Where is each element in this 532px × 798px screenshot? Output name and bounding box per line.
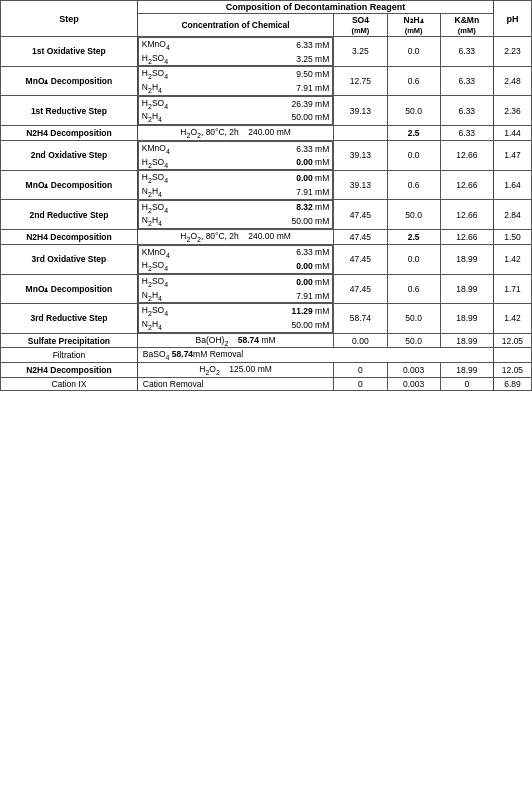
cation-text: Cation Removal	[137, 377, 333, 390]
chem-name-2: N2H4	[142, 290, 162, 302]
chem-value-1: 0.00 mM	[296, 173, 329, 183]
n2h4-value: 50.0	[387, 200, 440, 230]
table-row: Cation IX Cation Removal 0 0.003 0 6.89	[1, 377, 532, 390]
ph-value: 12.05	[493, 333, 531, 348]
composition-header: Composition of Decontamination Reagent	[137, 1, 493, 14]
chem-cell-1: H2SO4 11.29 mM	[138, 303, 333, 318]
chem-cell-1: KMnO4 6.33 mM	[138, 245, 333, 260]
step-label: 3rd Reductive Step	[1, 303, 138, 333]
kmn-value: 18.99	[440, 244, 493, 274]
chem-value-2: 50.00 mM	[291, 216, 329, 226]
chem-cell-2: N2H4 7.91 mM	[138, 81, 333, 96]
n2h4-value: 0.003	[387, 377, 440, 390]
ph-value: 1.42	[493, 244, 531, 274]
ph-value: 2.36	[493, 96, 531, 126]
chem-value-1: 8.32 mM	[296, 202, 329, 212]
ph-value	[493, 348, 531, 363]
n2h4-value: 50.0	[387, 333, 440, 348]
chem-name: Ba(OH)2	[196, 335, 229, 345]
n2h4-value: 50.0	[387, 96, 440, 126]
kmn-value: 12.66	[440, 229, 493, 244]
table-row: MnO₄ Decomposition H2SO4 0.00 mM 39.13 0…	[1, 170, 532, 185]
step-label: MnO₄ Decomposition	[1, 66, 138, 95]
chem-name-2: N2H4	[142, 111, 162, 123]
chem-name-1: KMnO4	[142, 143, 170, 155]
chem-value-2: 50.00 mM	[291, 320, 329, 330]
chem-cell-1: H2SO4 8.32 mM	[138, 200, 333, 215]
so4-value: 47.45	[334, 200, 387, 230]
chem-name-1: H2SO4	[142, 98, 168, 110]
n2h4-value: 2.5	[387, 126, 440, 141]
ph-value: 1.47	[493, 140, 531, 170]
ph-value: 1.64	[493, 170, 531, 199]
n2h4-value: 0.6	[387, 66, 440, 95]
ph-header: pH	[493, 1, 531, 37]
chem-value-1: 26.39 mM	[291, 99, 329, 109]
chem-name-2: H2SO4	[142, 260, 168, 272]
table-row: 1st Reductive Step H2SO4 26.39 mM 39.13 …	[1, 96, 532, 111]
n2h4-value: 2.5	[387, 229, 440, 244]
chem-name-1: H2SO4	[142, 305, 168, 317]
filtration-text: BaSO4 58.74mM Removal	[137, 348, 493, 363]
so4-value: 47.45	[334, 229, 387, 244]
ph-value: 1.42	[493, 303, 531, 333]
table-row: 3rd Reductive Step H2SO4 11.29 mM 58.74 …	[1, 303, 532, 318]
so4-value: 58.74	[334, 303, 387, 333]
table-row: 2nd Oxidative Step KMnO4 6.33 mM 39.13 0…	[1, 140, 532, 155]
n2h4-value: 0.0	[387, 140, 440, 170]
chem-value-2: 3.25 mM	[296, 54, 329, 64]
so4-value: 39.13	[334, 170, 387, 199]
chem-unit: mM	[261, 335, 275, 345]
ph-value: 2.48	[493, 66, 531, 95]
chem-value-1: 11.29 mM	[291, 306, 329, 316]
step-label: MnO₄ Decomposition	[1, 274, 138, 303]
ph-value: 12.05	[493, 363, 531, 378]
so4-value: 47.45	[334, 244, 387, 274]
table-row: Sulfate Precipitation Ba(OH)2 58.74 mM 0…	[1, 333, 532, 348]
chem-value-2: 0.00 mM	[296, 157, 329, 167]
chem-name-2: N2H4	[142, 186, 162, 198]
n2h4-value: 0.6	[387, 274, 440, 303]
main-table: Step Composition of Decontamination Reag…	[0, 0, 532, 391]
chem-cell: Ba(OH)2 58.74 mM	[137, 333, 333, 348]
ph-value: 1.50	[493, 229, 531, 244]
table-row: Filtration BaSO4 58.74mM Removal	[1, 348, 532, 363]
chem-value: 58.74	[238, 335, 259, 345]
chem-unit: mM	[277, 231, 291, 241]
so4-value	[334, 126, 387, 141]
chem-name-2: H2SO4	[142, 53, 168, 65]
kmn-value: 6.33	[440, 66, 493, 95]
step-label: N2H4 Decomposition	[1, 363, 138, 378]
chem-cell-2: H2SO4 0.00 mM	[138, 156, 333, 171]
kmn-value: 6.33	[440, 96, 493, 126]
chem-name-2: N2H4	[142, 82, 162, 94]
chem-value: 125.00	[229, 364, 255, 374]
ph-value: 1.71	[493, 274, 531, 303]
n2h4-value: 0.6	[387, 170, 440, 199]
chem-name-1: H2SO4	[142, 276, 168, 288]
step-label: MnO₄ Decomposition	[1, 170, 138, 199]
so4-value: 12.75	[334, 66, 387, 95]
table-row: 3rd Oxidative Step KMnO4 6.33 mM 47.45 0…	[1, 244, 532, 259]
chem-cell-1: H2SO4 26.39 mM	[138, 96, 333, 111]
chem-unit: mM	[258, 364, 272, 374]
n2h4-value: 0.003	[387, 363, 440, 378]
chem-cell-1: H2SO4 0.00 mM	[138, 274, 333, 289]
chem-value-1: 9.50 mM	[296, 69, 329, 79]
ph-value: 1.44	[493, 126, 531, 141]
n2h4-value: 0.0	[387, 244, 440, 274]
table-row: MnO₄ Decomposition H2SO4 0.00 mM 47.45 0…	[1, 274, 532, 289]
step-label: 2nd Oxidative Step	[1, 140, 138, 170]
chem-value: 240.00	[248, 231, 274, 241]
so4-value: 47.45	[334, 274, 387, 303]
so4-value: 3.25	[334, 37, 387, 67]
chem-cell-2: H2SO4 3.25 mM	[138, 52, 333, 67]
chem-value-2: 7.91 mM	[296, 83, 329, 93]
chem-name-2: N2H4	[142, 215, 162, 227]
chem-cell-1: KMnO4 6.33 mM	[138, 37, 333, 52]
chem-value-2: 7.91 mM	[296, 291, 329, 301]
table-row: MnO₄ Decomposition H2SO4 9.50 mM 12.75 0…	[1, 66, 532, 81]
step-label: 2nd Reductive Step	[1, 200, 138, 230]
kmn-value: 6.33	[440, 37, 493, 67]
chem-cell-1: KMnO4 6.33 mM	[138, 141, 333, 156]
